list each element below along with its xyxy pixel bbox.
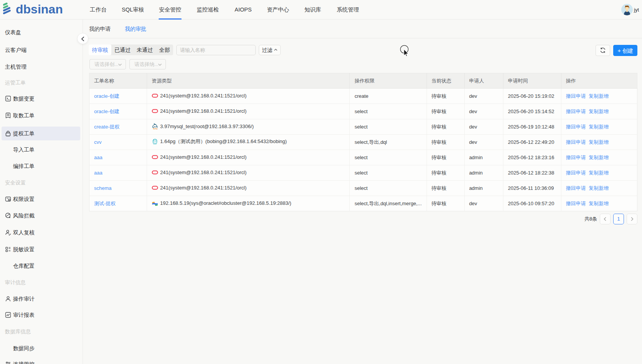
svg-text:MySQL: MySQL [153, 128, 158, 129]
